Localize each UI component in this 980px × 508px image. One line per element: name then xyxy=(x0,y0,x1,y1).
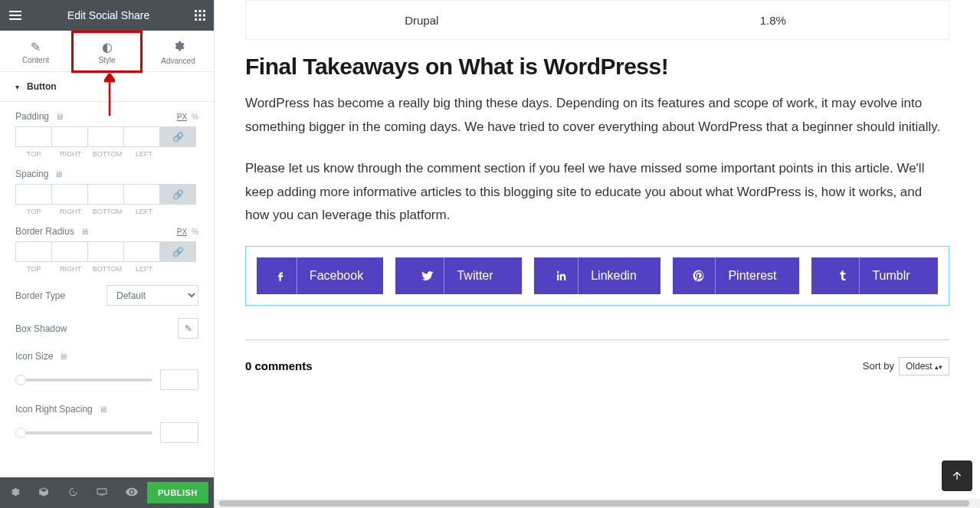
responsive-icon[interactable] xyxy=(93,484,110,502)
pinterest-button[interactable]: Pinterest xyxy=(673,257,799,294)
sort-label: Sort by xyxy=(863,360,894,372)
padding-top-input[interactable] xyxy=(15,126,52,147)
unit-switch[interactable]: PX% xyxy=(177,113,198,121)
padding-left-input[interactable] xyxy=(123,126,160,147)
spacing-left-input[interactable] xyxy=(123,184,160,205)
sidebar-title: Edit Social Share xyxy=(25,9,192,21)
icon-size-label: Icon Size🖥 xyxy=(15,351,198,362)
comments-count: 0 comments xyxy=(245,359,313,372)
desktop-icon[interactable]: 🖥 xyxy=(55,112,64,121)
box-shadow-edit-button[interactable]: ✎ xyxy=(178,318,198,339)
slider-thumb[interactable] xyxy=(15,375,26,385)
border-type-label: Border Type xyxy=(15,290,65,301)
link-values-button[interactable]: 🔗 xyxy=(159,241,196,262)
radius-right-input[interactable] xyxy=(51,241,88,262)
box-shadow-label: Box Shadow xyxy=(15,323,67,334)
sidebar-header: Edit Social Share xyxy=(0,0,214,31)
icon-size-slider[interactable] xyxy=(15,379,152,382)
spacing-label: Spacing🖥 xyxy=(15,169,63,179)
spacing-bottom-input[interactable] xyxy=(87,184,124,205)
border-radius-label: Border Radius🖥 xyxy=(15,226,89,237)
settings-icon[interactable] xyxy=(6,483,23,503)
caret-down-icon: ▾ xyxy=(15,83,19,91)
padding-label: Padding🖥 xyxy=(15,111,64,122)
icon-right-spacing-label: Icon Right Spacing🖥 xyxy=(15,404,198,415)
section-button[interactable]: ▾ Button xyxy=(0,72,214,102)
tumblr-button[interactable]: Tumblr xyxy=(811,257,938,294)
svg-rect-7 xyxy=(199,18,202,21)
icon-size-input[interactable] xyxy=(160,369,198,390)
preview-area: Drupal 1.8% Final Takeaways on What is W… xyxy=(215,0,980,508)
app-root: Edit Social Share ✎ Content ◐ Style Adva… xyxy=(0,0,980,508)
radius-top-input[interactable] xyxy=(15,241,52,262)
padding-bottom-input[interactable] xyxy=(87,126,124,147)
navigator-icon[interactable] xyxy=(35,483,52,503)
facebook-icon xyxy=(264,257,297,294)
svg-rect-4 xyxy=(199,15,202,17)
slider-thumb[interactable] xyxy=(15,428,26,438)
publish-button[interactable]: PUBLISH xyxy=(147,482,208,503)
table-cell: Drupal xyxy=(246,1,598,39)
preview-icon[interactable] xyxy=(123,484,141,502)
comments-bar: 0 comments Sort by Oldest ▴▾ xyxy=(245,357,949,375)
desktop-icon[interactable]: 🖥 xyxy=(59,352,67,361)
desktop-icon[interactable]: 🖥 xyxy=(99,405,107,414)
twitter-icon xyxy=(411,257,444,294)
social-share-widget[interactable]: Facebook Twitter Linkedin Pinterest Tumb… xyxy=(245,246,949,306)
svg-rect-2 xyxy=(203,10,205,12)
svg-rect-0 xyxy=(195,10,197,12)
svg-rect-8 xyxy=(203,18,205,21)
article-paragraph: Please let us know through the comment s… xyxy=(245,157,949,228)
menu-icon[interactable] xyxy=(6,6,25,25)
icon-right-spacing-input[interactable] xyxy=(160,422,198,443)
tab-advanced[interactable]: Advanced xyxy=(143,31,214,71)
scrollbar-thumb[interactable] xyxy=(219,500,969,506)
spacing-right-input[interactable] xyxy=(51,184,88,205)
tab-content[interactable]: ✎ Content xyxy=(0,31,71,71)
history-icon[interactable] xyxy=(64,483,81,503)
spacing-top-input[interactable] xyxy=(15,184,52,205)
tab-style[interactable]: ◐ Style xyxy=(71,31,143,71)
divider xyxy=(245,339,949,340)
article-paragraph: WordPress has become a really big thing … xyxy=(245,92,949,139)
sidebar-footer: PUBLISH ▲ xyxy=(0,477,214,508)
controls-panel: Padding🖥 PX% 🔗 TOPRIGHTBOTTOMLEFT Spacin… xyxy=(0,102,214,477)
desktop-icon[interactable]: 🖥 xyxy=(80,227,89,236)
svg-rect-10 xyxy=(100,494,104,495)
facebook-button[interactable]: Facebook xyxy=(257,257,383,294)
padding-right-input[interactable] xyxy=(51,126,88,147)
linkedin-icon xyxy=(546,257,578,294)
link-values-button[interactable]: 🔗 xyxy=(159,184,196,205)
style-icon: ◐ xyxy=(74,40,139,54)
svg-rect-6 xyxy=(195,18,197,21)
radius-left-input[interactable] xyxy=(123,241,160,262)
radius-bottom-input[interactable] xyxy=(87,241,124,262)
sort-caret-icon: ▴▾ xyxy=(935,363,942,371)
pinterest-icon xyxy=(683,257,716,294)
icon-right-spacing-slider[interactable] xyxy=(15,431,152,434)
border-type-select[interactable]: Default xyxy=(107,285,198,306)
svg-rect-3 xyxy=(195,15,197,17)
svg-rect-1 xyxy=(199,10,202,12)
unit-switch[interactable]: PX% xyxy=(177,228,198,236)
tumblr-icon xyxy=(827,257,860,294)
svg-rect-5 xyxy=(203,15,205,17)
twitter-button[interactable]: Twitter xyxy=(395,257,522,294)
svg-rect-9 xyxy=(97,488,107,493)
editor-sidebar: Edit Social Share ✎ Content ◐ Style Adva… xyxy=(0,0,215,508)
linkedin-button[interactable]: Linkedin xyxy=(534,257,660,294)
horizontal-scrollbar[interactable] xyxy=(215,499,980,508)
gear-icon xyxy=(146,40,211,55)
desktop-icon[interactable]: 🖥 xyxy=(54,169,63,179)
back-to-top-button[interactable] xyxy=(942,460,972,491)
table-cell: 1.8% xyxy=(598,1,949,39)
sort-select[interactable]: Oldest ▴▾ xyxy=(899,357,949,375)
widgets-icon[interactable] xyxy=(192,8,208,23)
table-row: Drupal 1.8% xyxy=(245,0,949,40)
link-values-button[interactable]: 🔗 xyxy=(159,126,196,147)
pencil-icon: ✎ xyxy=(3,40,68,54)
article-heading: Final Takeaways on What is WordPress! xyxy=(245,54,949,80)
editor-tabs: ✎ Content ◐ Style Advanced xyxy=(0,31,214,72)
